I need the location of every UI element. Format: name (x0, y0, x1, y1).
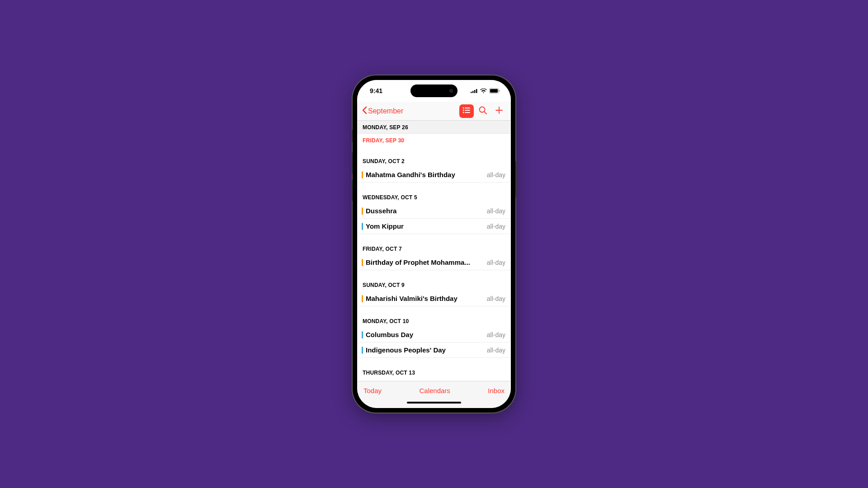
inbox-button[interactable]: Inbox (488, 387, 505, 394)
svg-rect-0 (471, 92, 472, 93)
event-time: all-day (487, 207, 505, 215)
day-header: SUNDAY, OCT 2 (357, 155, 511, 167)
bottom-toolbar: Today Calendars Inbox (357, 381, 511, 400)
event-row[interactable]: Maharishi Valmiki's Birthdayall-day (357, 291, 511, 306)
phone-frame: 9:41 September (353, 75, 515, 413)
event-row[interactable]: Indigenous Peoples' Dayall-day (357, 343, 511, 358)
svg-line-14 (484, 112, 486, 114)
calendar-color-bar (362, 259, 363, 266)
day-header: SUNDAY, OCT 9 (357, 278, 511, 291)
event-title: Mahatma Gandhi's Birthday (366, 171, 484, 178)
svg-rect-12 (465, 112, 470, 113)
back-label: September (368, 107, 403, 115)
event-time: all-day (487, 331, 505, 338)
svg-point-9 (463, 109, 464, 111)
back-button[interactable]: September (362, 106, 403, 116)
wifi-icon (480, 89, 487, 94)
svg-rect-1 (472, 91, 474, 93)
event-title: Yom Kippur (366, 222, 484, 230)
event-title: Dussehra (366, 207, 484, 215)
event-time: all-day (487, 259, 505, 266)
svg-rect-8 (465, 108, 470, 108)
today-button[interactable]: Today (363, 387, 382, 394)
svg-rect-5 (490, 89, 498, 93)
day-header: WEDNESDAY, OCT 5 (357, 191, 511, 203)
plus-icon (495, 106, 504, 117)
calendar-color-bar (362, 171, 363, 178)
power-button (515, 161, 517, 197)
event-title: Birthday of Prophet Mohamma... (366, 258, 484, 266)
event-time: all-day (487, 347, 505, 354)
event-title: Maharishi Valmiki's Birthday (366, 295, 484, 302)
section-gap (357, 183, 511, 191)
calendar-color-bar (362, 347, 363, 354)
event-list[interactable]: MONDAY, SEP 26FRIDAY, SEP 30SUNDAY, OCT … (357, 121, 511, 381)
svg-point-11 (463, 112, 464, 113)
svg-point-7 (463, 107, 464, 108)
event-row[interactable]: Birthday of Prophet Mohamma...all-day (357, 255, 511, 270)
calendars-button[interactable]: Calendars (419, 387, 450, 394)
calendar-color-bar (362, 223, 363, 230)
event-row[interactable]: Columbus Dayall-day (357, 327, 511, 343)
day-header: FRIDAY, OCT 7 (357, 242, 511, 255)
event-row[interactable]: Yom Kippurall-day (357, 219, 511, 234)
add-event-button[interactable] (492, 104, 506, 118)
list-icon (462, 107, 471, 115)
section-gap (357, 270, 511, 278)
side-button (351, 130, 353, 142)
day-header: MONDAY, OCT 10 (357, 314, 511, 327)
home-indicator-area (357, 400, 511, 408)
day-header: THURSDAY, OCT 13 (357, 366, 511, 379)
home-indicator[interactable] (407, 402, 461, 404)
status-time: 9:41 (370, 87, 382, 94)
section-gap (357, 306, 511, 314)
event-time: all-day (487, 223, 505, 230)
list-view-button[interactable] (459, 104, 474, 118)
event-row[interactable]: Mahatma Gandhi's Birthdayall-day (357, 167, 511, 183)
nav-bar: September (357, 102, 511, 121)
volume-down-button (351, 179, 353, 201)
event-title: Columbus Day (366, 331, 484, 338)
day-header: FRIDAY, SEP 30 (357, 134, 511, 146)
search-button[interactable] (476, 104, 490, 118)
chevron-left-icon (362, 106, 367, 116)
svg-rect-10 (465, 110, 470, 111)
day-header: MONDAY, SEP 26 (357, 121, 511, 134)
dynamic-island (410, 84, 458, 97)
svg-rect-3 (476, 89, 477, 93)
calendar-color-bar (362, 207, 363, 215)
status-right (471, 88, 500, 94)
event-time: all-day (487, 295, 505, 302)
cellular-signal-icon (471, 89, 478, 93)
section-gap (357, 234, 511, 242)
volume-up-button (351, 152, 353, 174)
section-gap (357, 146, 511, 155)
battery-icon (489, 88, 500, 94)
event-title: Indigenous Peoples' Day (366, 346, 484, 354)
section-gap (357, 358, 511, 366)
svg-rect-2 (474, 90, 476, 93)
calendar-color-bar (362, 295, 363, 302)
calendar-color-bar (362, 331, 363, 338)
event-row[interactable]: Dussehraall-day (357, 203, 511, 219)
event-time: all-day (487, 171, 505, 178)
search-icon (478, 106, 487, 117)
screen: 9:41 September (357, 80, 511, 408)
svg-rect-6 (499, 90, 500, 92)
